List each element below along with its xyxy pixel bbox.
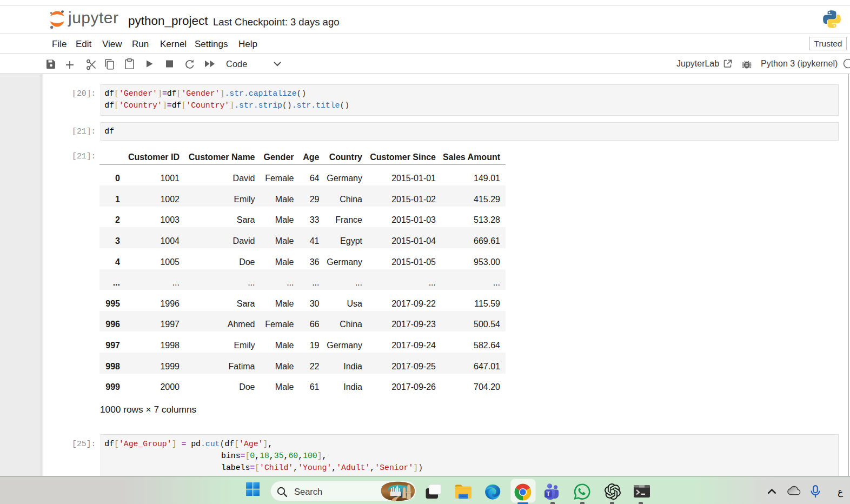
svg-text:jupyter: jupyter bbox=[68, 9, 119, 26]
svg-text:T: T bbox=[546, 490, 550, 497]
